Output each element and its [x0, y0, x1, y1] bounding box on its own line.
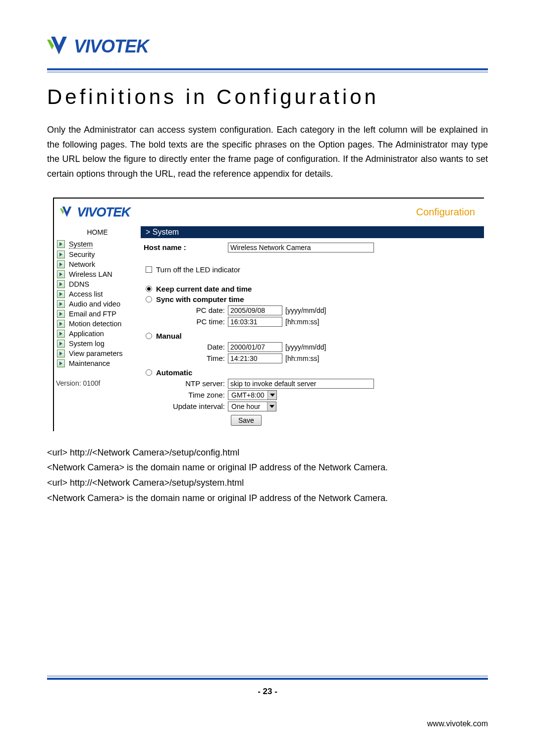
- led-label: Turn off the LED indicator: [156, 265, 240, 274]
- pctime-label: PC time:: [144, 317, 228, 326]
- tz-select[interactable]: GMT+8:00: [228, 390, 277, 400]
- arrow-right-icon: [57, 310, 65, 318]
- page-title: Definitions in Configuration: [47, 85, 488, 109]
- arrow-right-icon: [57, 240, 65, 248]
- sidebar-item-label: View parameters: [69, 350, 123, 357]
- sidebar-item-label: Audio and video: [69, 300, 120, 308]
- page-number: - 23 -: [47, 687, 488, 697]
- svg-marker-3: [60, 208, 64, 214]
- sidebar-item-label: System: [69, 240, 93, 249]
- arrow-right-icon: [57, 251, 65, 258]
- arrow-right-icon: [57, 260, 65, 268]
- logo-text: VIVOTEK: [74, 36, 149, 57]
- sidebar-item-access-list[interactable]: Access list: [54, 289, 141, 299]
- manual-time-label: Time:: [144, 354, 228, 362]
- tz-label: Time zone:: [144, 391, 228, 399]
- shot-logo-mark-icon: [60, 205, 74, 219]
- radio-manual[interactable]: [146, 333, 152, 339]
- arrow-right-icon: [57, 330, 65, 338]
- upd-value: One hour: [228, 403, 267, 410]
- home-link[interactable]: HOME: [54, 226, 141, 239]
- radio-automatic-label: Automatic: [156, 368, 192, 377]
- upd-label: Update interval:: [144, 402, 228, 410]
- config-heading: Configuration: [416, 206, 475, 218]
- arrow-right-icon: [57, 359, 65, 367]
- sidebar-item-application[interactable]: Application: [54, 329, 141, 339]
- intro-paragraph: Only the Administrator can access system…: [47, 123, 488, 182]
- config-screenshot: VIVOTEK Configuration HOME System Securi…: [53, 198, 484, 431]
- hostname-input[interactable]: [228, 243, 374, 252]
- sidebar-item-email-ftp[interactable]: Email and FTP: [54, 309, 141, 319]
- pcdate-input[interactable]: [228, 305, 282, 315]
- chevron-down-icon: [267, 402, 276, 411]
- footer-rule: [47, 676, 488, 680]
- pctime-hint: [hh:mm:ss]: [285, 318, 319, 326]
- radio-sync-computer[interactable]: [146, 296, 152, 302]
- sidebar-item-label: Maintenance: [69, 359, 110, 367]
- save-button[interactable]: Save: [231, 415, 262, 426]
- radio-manual-label: Manual: [156, 332, 182, 340]
- sidebar-item-maintenance[interactable]: Maintenance: [54, 358, 141, 368]
- sidebar-item-label: Access list: [69, 290, 103, 298]
- pcdate-hint: [yyyy/mm/dd]: [285, 306, 326, 314]
- upd-select[interactable]: One hour: [228, 402, 276, 411]
- arrow-right-icon: [57, 320, 65, 328]
- note-line: <Network Camera> is the domain name or o…: [47, 460, 488, 475]
- sidebar-item-wireless-lan[interactable]: Wireless LAN: [54, 269, 141, 279]
- sidebar-item-ddns[interactable]: DDNS: [54, 279, 141, 289]
- sidebar-item-audio-video[interactable]: Audio and video: [54, 299, 141, 309]
- sidebar-item-label: Wireless LAN: [69, 270, 112, 278]
- sidebar-item-network[interactable]: Network: [54, 259, 141, 269]
- chevron-down-icon: [268, 391, 276, 400]
- section-title: > System: [141, 226, 484, 238]
- tz-value: GMT+8:00: [228, 391, 268, 399]
- manual-time-input[interactable]: [228, 353, 282, 363]
- sidebar: HOME System Security Network: [54, 226, 141, 431]
- manual-date-input[interactable]: [228, 342, 282, 352]
- url-notes: <url> http://<Network Camera>/setup/conf…: [47, 445, 488, 505]
- sidebar-item-system[interactable]: System: [54, 239, 141, 250]
- arrow-right-icon: [57, 290, 65, 298]
- ntp-label: NTP server:: [144, 379, 228, 388]
- arrow-right-icon: [57, 340, 65, 348]
- sidebar-item-label: System log: [69, 340, 105, 348]
- note-line: <url> http://<Network Camera>/setup/conf…: [47, 445, 488, 460]
- manual-time-hint: [hh:mm:ss]: [285, 354, 319, 362]
- sidebar-item-label: Network: [69, 260, 95, 268]
- logo-mark-icon: [47, 35, 71, 58]
- radio-automatic[interactable]: [146, 369, 152, 376]
- hostname-label: Host name :: [144, 243, 228, 252]
- note-line: <Network Camera> is the domain name or o…: [47, 491, 488, 506]
- arrow-right-icon: [57, 300, 65, 308]
- sidebar-item-view-parameters[interactable]: View parameters: [54, 349, 141, 358]
- pctime-input[interactable]: [228, 317, 282, 327]
- radio-keep-label: Keep current date and time: [156, 285, 252, 293]
- main-panel: > System Host name : Turn off the LED in…: [141, 226, 484, 431]
- led-checkbox[interactable]: [146, 266, 152, 273]
- arrow-right-icon: [57, 270, 65, 278]
- site-url: www.vivotek.com: [427, 719, 488, 728]
- radio-keep-current[interactable]: [146, 286, 152, 292]
- sidebar-item-label: Motion detection: [69, 320, 121, 328]
- header-rule: [47, 68, 488, 72]
- brand-logo: VIVOTEK: [47, 35, 488, 58]
- shot-logo: VIVOTEK: [60, 204, 130, 220]
- svg-marker-1: [47, 40, 54, 50]
- sidebar-item-security[interactable]: Security: [54, 250, 141, 259]
- sidebar-item-system-log[interactable]: System log: [54, 339, 141, 349]
- manual-date-hint: [yyyy/mm/dd]: [285, 343, 326, 351]
- sidebar-item-label: Security: [69, 251, 95, 258]
- radio-sync-label: Sync with computer time: [156, 295, 244, 303]
- pcdate-label: PC date:: [144, 306, 228, 314]
- sidebar-item-label: Application: [69, 330, 104, 338]
- shot-logo-text: VIVOTEK: [77, 204, 130, 219]
- arrow-right-icon: [57, 280, 65, 288]
- sidebar-item-label: Email and FTP: [69, 310, 116, 318]
- version-label: Version: 0100f: [54, 368, 141, 387]
- sidebar-item-motion-detection[interactable]: Motion detection: [54, 319, 141, 329]
- sidebar-item-label: DDNS: [69, 280, 89, 288]
- manual-date-label: Date:: [144, 343, 228, 351]
- note-line: <url> http://<Network Camera>/setup/syst…: [47, 475, 488, 491]
- arrow-right-icon: [57, 350, 65, 357]
- ntp-input[interactable]: [228, 379, 374, 389]
